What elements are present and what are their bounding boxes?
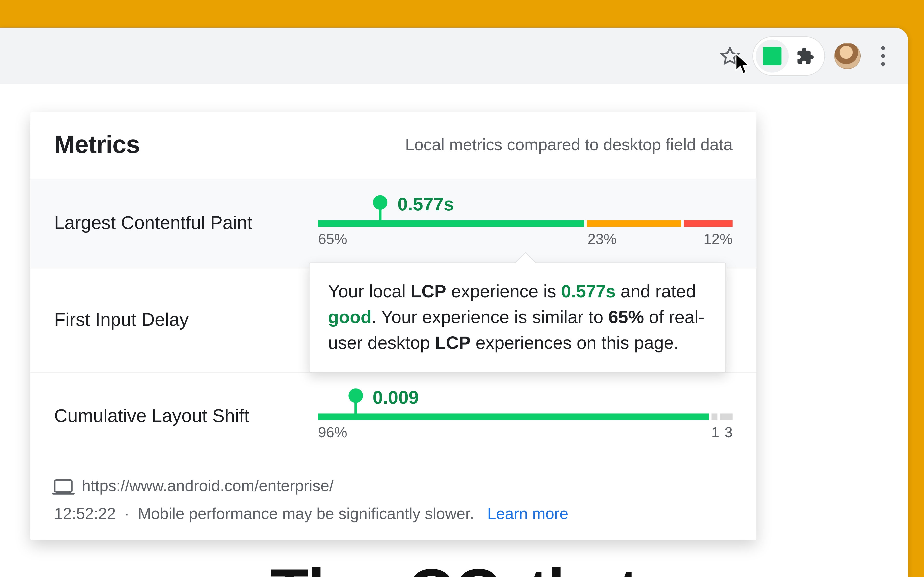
metric-tooltip: Your local LCP experience is 0.577s and … [309,263,726,373]
popup-title: Metrics [54,131,140,159]
browser-window: Tha OC that Metrics Local metrics compar… [0,27,908,577]
learn-more-link[interactable]: Learn more [487,504,569,522]
metric-value: 0.577s [397,194,454,215]
metric-name: Largest Contentful Paint [54,212,318,234]
metric-value: 0.009 [373,387,419,408]
footer-url: https://www.android.com/enterprise/ [82,477,333,495]
bookmark-star-icon[interactable] [713,39,747,73]
extensions-icon[interactable] [789,39,822,72]
metric-name: Cumulative Layout Shift [54,406,318,427]
profile-avatar[interactable] [834,43,861,69]
svg-marker-0 [722,47,738,63]
metric-row-cls[interactable]: Cumulative Layout Shift 0.009 96% 1 3 [30,372,756,461]
popup-footer: https://www.android.com/enterprise/ 12:5… [30,461,756,540]
page-headline-fragment: Tha OC that [0,555,908,577]
seg-label-ni: 23% [588,231,617,248]
seg-label-good: 65% [318,231,347,248]
popup-subtitle: Local metrics compared to desktop field … [405,135,733,154]
footer-time: 12:52:22 [54,504,116,522]
metric-bar-cls: 0.009 96% 1 3 [318,391,733,441]
metric-row-lcp[interactable]: Largest Contentful Paint 0.577s 65% 23% … [30,179,756,268]
seg-label-good: 96% [318,424,347,441]
metric-bar-lcp: 0.577s 65% 23% 12% [318,198,733,248]
web-vitals-extension-icon[interactable] [756,39,789,72]
desktop-icon [54,479,73,493]
footer-note: Mobile performance may be significantly … [138,504,474,522]
seg-label-ni: 1 [711,424,719,441]
browser-toolbar [0,27,908,84]
metric-name: First Input Delay [54,309,318,330]
seg-label-poor: 3 [725,424,733,441]
chrome-menu-icon[interactable] [870,41,897,70]
extensions-pill [753,36,825,76]
seg-label-poor: 12% [704,231,733,248]
